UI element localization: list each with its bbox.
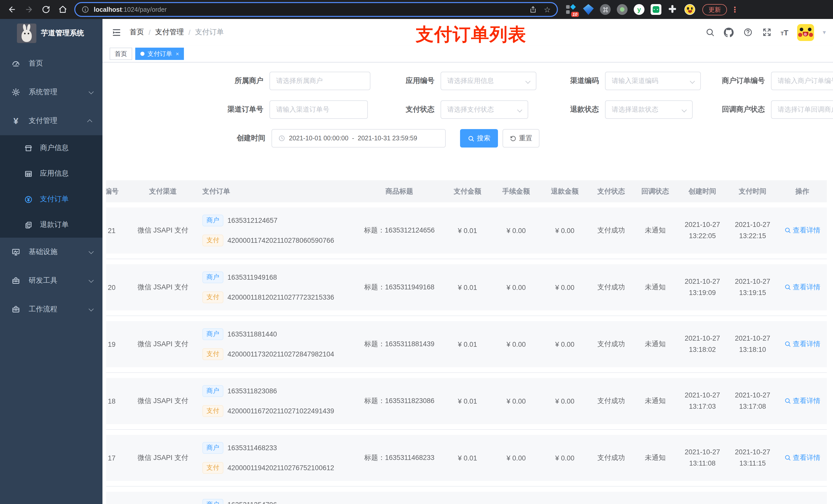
- filter-refund-status: 退款状态 请选择退款状态: [544, 100, 693, 119]
- table-row: 21 微信 JSAPI 支付 商户 1635312124657: [106, 202, 827, 259]
- help-icon[interactable]: [743, 27, 753, 38]
- breadcrumb-pay-manage[interactable]: 支付管理: [155, 28, 184, 37]
- extension-chat-icon[interactable]: • •: [651, 4, 661, 15]
- sidebar-item-system[interactable]: 系统管理: [0, 78, 102, 106]
- chevron-down-icon: [89, 278, 94, 283]
- date-end: 2021-10-31 23:59:59: [358, 135, 417, 142]
- close-icon[interactable]: ×: [176, 51, 179, 57]
- app-select[interactable]: 请选择应用信息: [441, 72, 537, 90]
- browser-reload-button[interactable]: [39, 3, 52, 16]
- chevron-down-icon: [690, 78, 695, 83]
- browser-update-button[interactable]: 更新: [703, 4, 727, 15]
- merchant-order-input[interactable]: 请输入商户订单编号: [771, 72, 833, 90]
- sidebar-item-refund-order[interactable]: 退款订单: [0, 212, 102, 238]
- extension-y-icon[interactable]: y: [634, 4, 644, 15]
- toolbox-icon: [11, 305, 21, 314]
- reset-button[interactable]: 重置: [503, 129, 540, 147]
- merchant-tag: 商户: [203, 215, 223, 226]
- sidebar-item-app-info[interactable]: 应用信息: [0, 161, 102, 187]
- user-avatar[interactable]: [797, 24, 814, 41]
- extension-grid-icon[interactable]: 10: [566, 4, 577, 15]
- pay-status: 支付成功: [589, 397, 633, 406]
- fee-amount: ¥ 0.00: [492, 226, 541, 234]
- refund-status-select[interactable]: 请选择退款状态: [605, 100, 693, 119]
- toolbox-icon: [11, 276, 21, 285]
- user-menu-caret-icon[interactable]: ▾: [823, 29, 826, 36]
- view-detail-link[interactable]: 查看详情: [784, 453, 820, 462]
- filter-create-time: 创建时间 2021-10-01 00:00:00 - 2021-10-31 23…: [210, 129, 446, 147]
- sidebar-item-pay-order[interactable]: 支付订单: [0, 187, 102, 212]
- refund-amount: ¥ 0.00: [541, 284, 589, 291]
- pay-order-cell: 商户 1635311949168 支付 42000011812021102777…: [196, 271, 356, 303]
- breadcrumb: 首页 / 支付管理 / 支付订单: [129, 28, 224, 37]
- chevron-down-icon: [89, 249, 94, 254]
- pay-status-select[interactable]: 请选择支付状态: [441, 100, 528, 119]
- product-title: 标题：1635311949168: [356, 283, 443, 292]
- fullscreen-icon[interactable]: [762, 27, 772, 38]
- pay-tag: 支付: [203, 291, 223, 303]
- pay-amount: ¥ 0.01: [443, 284, 492, 291]
- view-detail-link[interactable]: 查看详情: [784, 283, 820, 292]
- sidebar-item-workflow[interactable]: 工作流程: [0, 295, 102, 324]
- refund-amount: ¥ 0.00: [541, 454, 589, 462]
- refund-amount: ¥ 0.00: [541, 397, 589, 405]
- search-icon[interactable]: [705, 27, 715, 38]
- channel-code-select[interactable]: 请输入渠道编码: [605, 72, 701, 90]
- browser-menu-icon[interactable]: ⋮: [731, 5, 739, 14]
- profile-emoji-icon[interactable]: [685, 4, 695, 15]
- extensions-puzzle-icon[interactable]: [668, 4, 678, 15]
- extension-command-icon[interactable]: [600, 4, 611, 15]
- date-start: 2021-10-01 00:00:00: [289, 135, 348, 142]
- date-range-picker[interactable]: 2021-10-01 00:00:00 - 2021-10-31 23:59:5…: [271, 129, 446, 147]
- table-body: 21 微信 JSAPI 支付 商户 1635312124657: [106, 202, 827, 504]
- view-detail-link[interactable]: 查看详情: [784, 340, 820, 349]
- sidebar-item-dev-tools[interactable]: 研发工具: [0, 266, 102, 295]
- app-logo-row[interactable]: 芋道管理系统: [0, 19, 102, 48]
- url-host: localhost: [94, 6, 122, 13]
- pay-status: 支付成功: [589, 340, 633, 349]
- table-header: 编号 支付渠道 支付订单 商品标题 支付金额 手续金额 退款金额 支付状态 回调…: [106, 180, 827, 202]
- pay-status: 支付成功: [589, 453, 633, 462]
- pay-order-cell: 商户 1635311881440 支付 42000011732021102728…: [196, 328, 356, 360]
- search-button[interactable]: 搜索: [460, 129, 498, 147]
- filter-channel-code: 渠道编码 请输入渠道编码: [544, 72, 701, 90]
- table-row: 17 微信 JSAPI 支付 商户 1635311468233: [106, 430, 827, 486]
- bookmark-star-icon[interactable]: ☆: [544, 6, 551, 13]
- browser-extensions: 10 y • •: [566, 4, 695, 15]
- site-info-icon[interactable]: [81, 6, 89, 13]
- share-icon[interactable]: [529, 6, 537, 13]
- sidebar-item-payment[interactable]: ¥ 支付管理: [0, 106, 102, 135]
- store-icon: [24, 143, 33, 153]
- chevron-down-icon: [525, 78, 530, 83]
- pay-tag: 支付: [203, 348, 223, 360]
- pay-order-cell: 商户 1635311823086 支付 42000011672021102710…: [196, 385, 356, 417]
- sidebar-item-home[interactable]: 首页: [0, 49, 102, 78]
- page-title-annotation: 支付订单列表: [416, 23, 526, 47]
- github-icon[interactable]: [723, 27, 734, 38]
- view-detail-link[interactable]: 查看详情: [784, 397, 820, 406]
- sidebar-toggle-icon[interactable]: [112, 27, 121, 37]
- pay-amount: ¥ 0.01: [443, 340, 492, 348]
- merchant-order-no: 1635311254796: [228, 501, 277, 504]
- tag-pay-order[interactable]: 支付订单 ×: [135, 48, 184, 60]
- view-detail-link[interactable]: 查看详情: [784, 226, 820, 235]
- browser-back-button[interactable]: [5, 3, 19, 16]
- url-bar[interactable]: localhost:1024/pay/order ☆: [74, 2, 558, 17]
- sidebar-item-infrastructure[interactable]: 基础设施: [0, 238, 102, 266]
- sidebar-item-merchant-info[interactable]: 商户信息: [0, 135, 102, 161]
- notify-status-select[interactable]: 请选择订单回调商户状态: [771, 100, 833, 119]
- browser-forward-button[interactable]: [22, 3, 35, 16]
- pay-time: 2021-10-2713:22:15: [728, 219, 778, 242]
- extension-kite-icon[interactable]: [583, 4, 594, 15]
- breadcrumb-home[interactable]: 首页: [129, 28, 144, 37]
- browser-home-button[interactable]: [56, 3, 69, 16]
- table-grid-icon: [24, 169, 33, 178]
- pay-time: 2021-10-2713:19:15: [728, 276, 778, 298]
- merchant-input[interactable]: 请选择所属商户: [269, 72, 371, 90]
- font-size-icon[interactable]: TT: [781, 28, 788, 36]
- extension-record-icon[interactable]: [617, 4, 627, 15]
- tag-home[interactable]: 首页: [110, 48, 132, 60]
- channel-order-input[interactable]: 请输入渠道订单号: [269, 100, 368, 119]
- merchant-tag: 商户: [203, 385, 223, 397]
- filter-app: 应用编号 请选择应用信息: [379, 72, 537, 90]
